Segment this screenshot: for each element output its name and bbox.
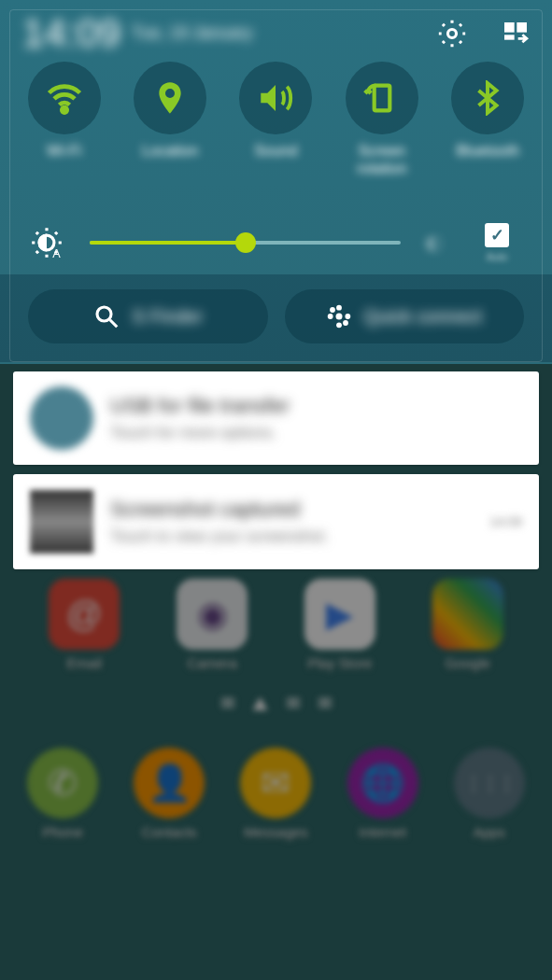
svg-point-8 xyxy=(97,307,111,321)
page-dot[interactable] xyxy=(221,697,234,708)
app-label: Apps xyxy=(474,824,505,840)
dock: ✆ Phone 👤 Contacts ✉ Messages 🌐 Internet… xyxy=(0,748,552,840)
svg-text:A: A xyxy=(52,247,61,260)
app-label: Contacts xyxy=(142,824,197,840)
svg-point-15 xyxy=(343,320,348,326)
panel-actions: S Finder Quick connect xyxy=(0,289,552,343)
app-playstore[interactable]: ▶ Play Store xyxy=(293,579,387,671)
svg-rect-2 xyxy=(517,22,527,33)
toggle-bluetooth[interactable]: Bluetooth xyxy=(441,62,534,177)
app-email[interactable]: @ Email xyxy=(37,579,131,671)
wifi-icon xyxy=(28,62,101,134)
app-label: Google xyxy=(445,655,489,671)
svg-point-4 xyxy=(62,107,67,113)
slider-fill xyxy=(90,241,246,245)
sfinder-label: S Finder xyxy=(132,306,203,328)
usb-notification-icon xyxy=(30,386,93,450)
internet-app-icon: 🌐 xyxy=(347,748,418,819)
notification-screenshot[interactable]: Screenshot captured Touch to view your s… xyxy=(13,474,539,569)
home-app-row: @ Email ◉ Camera ▶ Play Store Google xyxy=(0,579,552,671)
panel-edit-icon[interactable] xyxy=(498,16,533,51)
screenshot-thumbnail-icon xyxy=(30,490,93,553)
panel-header: 14:09 Tue, 19 January xyxy=(0,7,552,59)
svg-rect-5 xyxy=(375,86,390,111)
camera-app-icon: ◉ xyxy=(177,579,248,650)
toggle-bluetooth-label: Bluetooth xyxy=(456,142,519,160)
sfinder-button[interactable]: S Finder xyxy=(28,289,268,343)
toggle-wifi-label: Wi-Fi xyxy=(47,142,81,160)
contacts-app-icon: 👤 xyxy=(134,748,205,819)
notification-time: 14:09 xyxy=(489,514,522,529)
app-label: Internet xyxy=(359,824,406,840)
page-indicator[interactable] xyxy=(0,697,552,710)
auto-brightness-label: Auto xyxy=(487,251,508,262)
toggle-rotation[interactable]: Screen rotation xyxy=(335,62,429,177)
settings-gear-icon[interactable] xyxy=(434,16,470,51)
apps-drawer-icon: ⋮⋮⋮ xyxy=(454,748,525,819)
email-app-icon: @ xyxy=(49,579,120,650)
brightness-icon: A xyxy=(28,224,65,261)
svg-point-14 xyxy=(330,307,335,313)
notification-title: Screenshot captured xyxy=(110,497,473,522)
toggle-location[interactable]: Location xyxy=(123,62,217,177)
app-contacts[interactable]: 👤 Contacts xyxy=(122,748,216,840)
toggle-sound-label: Sound xyxy=(254,142,297,160)
quick-connect-label: Quick connect xyxy=(363,306,482,328)
auto-brightness-checkbox[interactable]: ✓ xyxy=(485,223,509,247)
quick-connect-button[interactable]: Quick connect xyxy=(285,289,525,343)
home-screen-background: @ Email ◉ Camera ▶ Play Store Google ✆ P… xyxy=(0,579,552,980)
svg-rect-1 xyxy=(504,22,515,33)
page-dot-active[interactable] xyxy=(253,697,268,710)
svg-point-0 xyxy=(447,29,456,37)
app-label: Phone xyxy=(42,824,82,840)
bluetooth-icon xyxy=(451,62,524,134)
app-drawer[interactable]: ⋮⋮⋮ Apps xyxy=(443,748,536,840)
brightness-control: A ◐ ✓ Auto xyxy=(0,215,552,271)
page-dot[interactable] xyxy=(318,697,332,708)
svg-point-9 xyxy=(336,314,343,320)
clock-time: 14:09 xyxy=(22,11,120,56)
page-dot[interactable] xyxy=(287,697,300,708)
app-phone[interactable]: ✆ Phone xyxy=(16,748,109,840)
app-label: Camera xyxy=(187,655,236,671)
notification-subtitle: Touch to view your screenshot. xyxy=(110,527,473,546)
app-label: Email xyxy=(67,655,103,671)
toggle-location-label: Location xyxy=(142,142,199,160)
quick-settings-row: Wi-Fi Location Sound Screen rotation xyxy=(0,62,552,177)
app-label: Play Store xyxy=(307,655,372,671)
brightness-slider[interactable] xyxy=(90,241,401,245)
app-camera[interactable]: ◉ Camera xyxy=(165,579,259,671)
playstore-app-icon: ▶ xyxy=(304,579,375,650)
app-label: Messages xyxy=(244,824,307,840)
app-messages[interactable]: ✉ Messages xyxy=(229,748,322,840)
svg-rect-3 xyxy=(504,35,515,39)
messages-app-icon: ✉ xyxy=(240,748,311,819)
toggle-rotation-label: Screen rotation xyxy=(335,142,429,177)
google-folder-icon xyxy=(432,579,503,650)
connect-icon xyxy=(326,303,352,329)
notification-subtitle: Touch for more options. xyxy=(110,424,522,442)
clock-date: Tue, 19 January xyxy=(132,23,252,43)
svg-point-11 xyxy=(336,322,342,328)
phone-app-icon: ✆ xyxy=(27,748,98,819)
search-icon xyxy=(92,302,120,330)
svg-point-12 xyxy=(328,314,333,319)
notification-title: USB for file transfer xyxy=(110,394,522,418)
app-google-folder[interactable]: Google xyxy=(421,579,515,671)
svg-point-13 xyxy=(346,314,351,319)
slider-thumb[interactable] xyxy=(235,232,256,253)
toggle-wifi[interactable]: Wi-Fi xyxy=(18,62,111,177)
notification-usb[interactable]: USB for file transfer Touch for more opt… xyxy=(13,371,539,465)
toggle-sound[interactable]: Sound xyxy=(229,62,322,177)
location-pin-icon xyxy=(134,62,206,134)
speaker-icon xyxy=(239,62,312,134)
outdoor-icon: ◐ xyxy=(425,231,453,255)
rotation-icon xyxy=(346,62,418,134)
svg-point-10 xyxy=(336,305,342,311)
app-internet[interactable]: 🌐 Internet xyxy=(336,748,430,840)
